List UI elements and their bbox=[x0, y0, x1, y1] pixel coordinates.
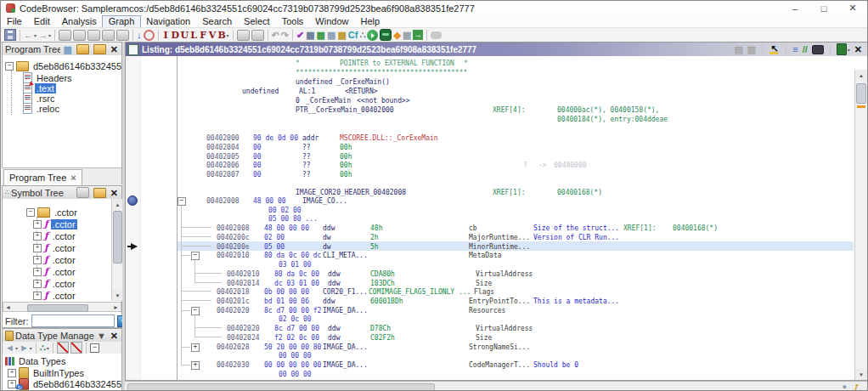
listing-text[interactable]: 00 00 00 00 00 bbox=[264, 360, 321, 370]
listing-text[interactable]: ddw bbox=[328, 324, 340, 333]
symbol-folder-cctor[interactable]: −.cctor bbox=[26, 207, 79, 218]
listing-line[interactable]: 0040200848 00 00 00ddw48hcbSize of the s… bbox=[126, 224, 854, 233]
open-folder-icon[interactable] bbox=[93, 188, 106, 198]
data-type-V-icon[interactable]: V bbox=[209, 30, 217, 41]
close-icon[interactable]: ✕ bbox=[854, 43, 862, 55]
data-type-manager-header[interactable]: Data Type Manager ▼✕ bbox=[3, 329, 121, 343]
validate-icon[interactable]: ✔ bbox=[296, 29, 304, 41]
diamond-icon[interactable]: ◆ bbox=[393, 29, 400, 41]
listing-text[interactable]: 00480000 bbox=[554, 161, 587, 170]
listing-text[interactable]: CDA80h bbox=[370, 269, 395, 279]
listing-text[interactable]: 00402008 bbox=[206, 196, 240, 206]
tree-item-reloc[interactable]: .reloc bbox=[23, 103, 61, 114]
scroll-down-icon[interactable]: ▼ bbox=[855, 369, 867, 380]
listing-text[interactable]: 00402030 bbox=[217, 360, 250, 370]
data-type-F-icon[interactable]: F bbox=[200, 30, 207, 41]
listing-line[interactable]: 0040200090 de 0d 00addrMSCOREE.DLL::_Cor… bbox=[126, 133, 854, 143]
symbol-item-cctor[interactable]: +ƒ.cctor bbox=[33, 230, 77, 241]
bundle-icon[interactable]: ▦ bbox=[337, 29, 346, 41]
margin-options-icon[interactable]: ▾ bbox=[837, 43, 850, 55]
listing-text[interactable]: undefined _CorExeMain() bbox=[296, 77, 390, 87]
script-manager-icon[interactable]: ▦ bbox=[317, 29, 325, 41]
tab-program-tree[interactable]: Program Tree × bbox=[3, 169, 82, 185]
listing-text[interactable]: MSCOREE.DLL::_CorExeMain bbox=[340, 133, 438, 143]
symbol-filter-input[interactable] bbox=[31, 314, 115, 327]
listing-text[interactable]: EntryPointTo... bbox=[469, 297, 530, 306]
listing-line[interactable]: ****************************************… bbox=[126, 68, 854, 77]
listing-text[interactable]: * bbox=[464, 59, 468, 68]
listing-text[interactable]: 0040201c bbox=[217, 297, 250, 306]
listing-text[interactable]: 00402004 bbox=[206, 143, 240, 152]
listing-line[interactable]: undefinedAL:1<RETURN> bbox=[126, 87, 854, 96]
symbol-item-cctor[interactable]: +ƒ.cctor bbox=[33, 266, 77, 277]
listing-text[interactable]: 00 00 00 bbox=[279, 351, 312, 360]
listing-text[interactable]: addr bbox=[302, 133, 318, 143]
listing-line[interactable]: 00 00 00 bbox=[126, 370, 854, 379]
expand-toggle-icon[interactable]: + bbox=[33, 268, 42, 276]
menu-edit[interactable]: Edit bbox=[28, 16, 56, 27]
listing-text[interactable]: 0 bbox=[296, 96, 300, 105]
expand-toggle-icon[interactable]: + bbox=[33, 244, 42, 252]
listing-line[interactable]: 0040200848 00 00IMAGE_CO... bbox=[126, 196, 854, 206]
memory-block-2-icon[interactable] bbox=[73, 30, 86, 41]
listing-text[interactable]: ddw bbox=[328, 269, 340, 279]
menu-file[interactable]: File bbox=[1, 16, 28, 27]
symbol-tree-header[interactable]: ∴ Symbol Tree ✕ bbox=[3, 186, 121, 200]
listing-text[interactable]: CodeManagerT... bbox=[469, 360, 530, 370]
forward-icon[interactable]: →▾ bbox=[38, 29, 51, 41]
listing-text[interactable]: D78Ch bbox=[370, 324, 391, 333]
listing-line[interactable]: 03 01 00 bbox=[126, 260, 854, 269]
filter-off-arrays-icon[interactable] bbox=[57, 342, 69, 354]
snapshot-icon[interactable] bbox=[812, 45, 824, 54]
listing-text[interactable]: MetaData bbox=[469, 251, 502, 260]
save-tree-icon[interactable] bbox=[93, 44, 106, 54]
listing-vscrollbar[interactable]: ▲ ▼ bbox=[854, 70, 867, 380]
listing-text[interactable]: cb bbox=[469, 224, 477, 233]
data-type-L-icon[interactable]: L bbox=[190, 30, 198, 41]
listing-hscrollbar[interactable]: ● ƒ bbox=[125, 381, 868, 391]
listing-text[interactable]: 0b 00 00 00 bbox=[264, 287, 309, 297]
collapse-toggle-icon[interactable]: − bbox=[191, 252, 200, 260]
close-icon[interactable]: ✕ bbox=[110, 43, 118, 55]
archive-item[interactable]: +windows_vs12_32 bbox=[8, 389, 111, 390]
listing-text[interactable]: <RETURN> bbox=[345, 87, 378, 96]
scroll-up-icon[interactable]: ▲ bbox=[855, 70, 867, 81]
listing-text[interactable]: C02F2h bbox=[370, 333, 395, 343]
redo-icon[interactable]: ↷ bbox=[281, 29, 289, 41]
paste-icon[interactable]: ▥ bbox=[747, 43, 756, 55]
collapse-toggle-icon[interactable]: − bbox=[191, 307, 200, 315]
menu-window[interactable]: Window bbox=[309, 16, 354, 27]
listing-text[interactable]: PTR__CorExeMain_00402000 bbox=[296, 105, 394, 115]
listing-body[interactable]: *POINTER to EXTERNAL FUNCTION***********… bbox=[126, 56, 867, 380]
tab-close-icon[interactable]: × bbox=[70, 173, 76, 183]
listing-text[interactable]: 00402018 bbox=[217, 287, 250, 297]
listing-line[interactable]: 0040201cbd 01 00 06ddw60001BDhEntryPoint… bbox=[126, 297, 854, 306]
expand-toggle-icon[interactable]: + bbox=[8, 380, 16, 388]
data-type-D-icon[interactable]: D bbox=[172, 30, 179, 41]
listing-text[interactable]: 48h bbox=[370, 224, 382, 233]
symbol-item-cctor[interactable]: +ƒ.cctor bbox=[33, 278, 77, 289]
ghidra-bot-icon[interactable] bbox=[380, 29, 392, 41]
comment-icon[interactable] bbox=[431, 31, 442, 39]
cursor-location-icon[interactable]: ↖ bbox=[769, 44, 780, 55]
listing-text[interactable]: VirtualAddress bbox=[476, 324, 533, 333]
menu-navigation[interactable]: Navigation bbox=[140, 16, 196, 27]
maximize-button[interactable]: □ bbox=[809, 1, 838, 15]
symbol-item-cctor[interactable]: +ƒ.cctor bbox=[33, 242, 77, 253]
listing-text[interactable]: <<not bound>> bbox=[357, 96, 410, 105]
listing-text[interactable]: 00h bbox=[340, 161, 352, 170]
listing-header[interactable]: Listing: d5eb8d6146b3324551c69024cc7319b… bbox=[126, 42, 867, 56]
listing-line[interactable]: 00 00 00 bbox=[126, 351, 854, 360]
listing-text[interactable]: Size bbox=[476, 333, 492, 343]
symbol-item-cctor[interactable]: +ƒ.cctor bbox=[33, 218, 77, 230]
menu-search[interactable]: Search bbox=[196, 16, 238, 27]
new-tree-icon[interactable]: ▦ bbox=[63, 43, 71, 55]
listing-text[interactable]: ?? bbox=[302, 170, 311, 179]
expand-toggle-icon[interactable]: + bbox=[33, 232, 42, 241]
listing-text[interactable]: 80 da 0c 00 dc bbox=[264, 251, 321, 260]
menu-analysis[interactable]: Analysis bbox=[56, 16, 103, 27]
listing-line[interactable]: 0040201080 da 0c 00ddwCDA80hVirtualAddre… bbox=[126, 269, 854, 279]
symbol-item-cctor[interactable]: +ƒ.cctor bbox=[33, 254, 77, 265]
back-icon[interactable]: ◄▾ bbox=[5, 342, 18, 354]
symbol-tree-hscrollbar[interactable]: ◄► bbox=[3, 302, 121, 312]
